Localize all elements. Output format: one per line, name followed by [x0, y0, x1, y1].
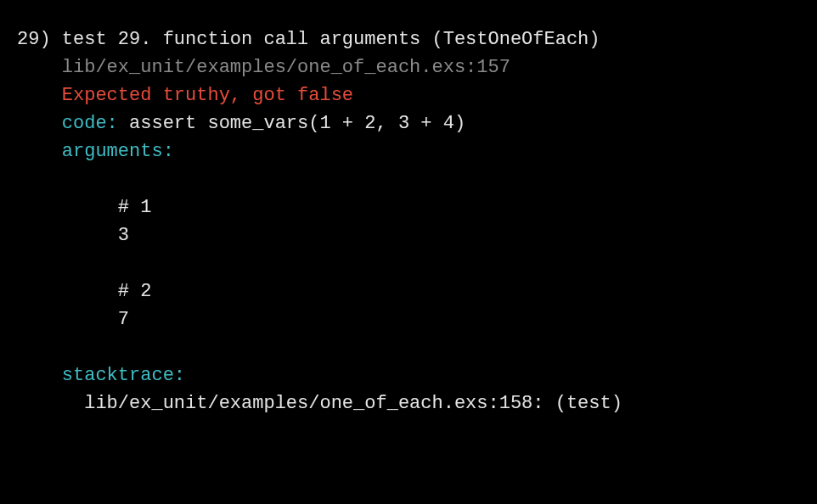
- arg2-label-line: # 2: [17, 277, 800, 305]
- stacktrace-value: lib/ex_unit/examples/one_of_each.exs:158…: [84, 393, 623, 414]
- stacktrace-label: stacktrace:: [62, 365, 185, 386]
- arguments-label-line: arguments:: [17, 137, 800, 165]
- test-header-line: 29) test 29. function call arguments (Te…: [17, 25, 800, 53]
- stacktrace-label-line: stacktrace:: [17, 361, 800, 389]
- code-value: assert some_vars(1 + 2, 3 + 4): [118, 113, 465, 134]
- stacktrace-value-line: lib/ex_unit/examples/one_of_each.exs:158…: [17, 389, 800, 417]
- arg2-value-line: 7: [17, 305, 800, 333]
- blank-line: [17, 249, 800, 277]
- arg2-value: 7: [118, 309, 129, 330]
- arg1-label-line: # 1: [17, 193, 800, 221]
- code-label: code:: [62, 113, 118, 134]
- blank-line: [17, 165, 800, 193]
- arg1-label: # 1: [118, 197, 152, 218]
- arg2-label: # 2: [118, 281, 152, 302]
- error-message-line: Expected truthy, got false: [17, 81, 800, 109]
- arguments-label: arguments:: [62, 141, 174, 162]
- file-location: lib/ex_unit/examples/one_of_each.exs:157: [62, 57, 510, 78]
- test-number: 29): [17, 29, 51, 50]
- blank-line: [17, 333, 800, 361]
- file-location-line: lib/ex_unit/examples/one_of_each.exs:157: [17, 53, 800, 81]
- test-title: test 29. function call arguments (TestOn…: [62, 29, 600, 50]
- code-line: code: assert some_vars(1 + 2, 3 + 4): [17, 109, 800, 137]
- arg1-value: 3: [118, 225, 129, 246]
- error-message: Expected truthy, got false: [62, 85, 353, 106]
- arg1-value-line: 3: [17, 221, 800, 249]
